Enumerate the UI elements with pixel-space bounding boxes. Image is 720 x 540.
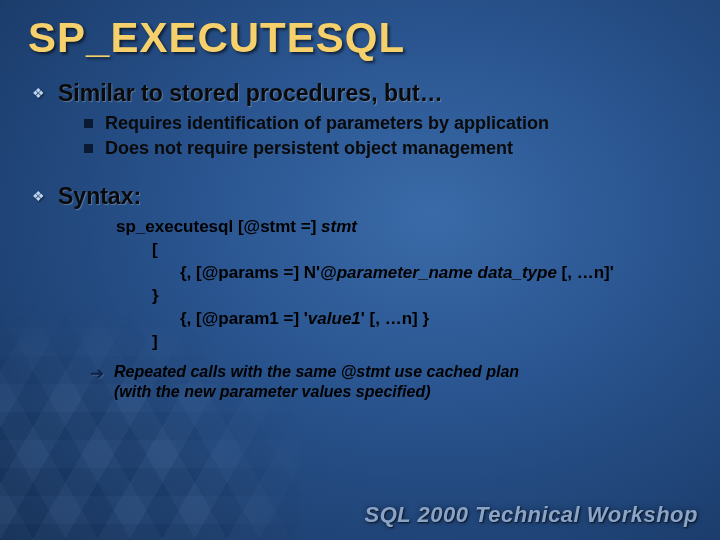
note-line: (with the new parameter values specified… — [114, 383, 431, 400]
bullet-level1: ❖ Syntax: — [32, 183, 692, 210]
bullet-text: Similar to stored procedures, but… — [58, 80, 443, 107]
syntax-line: sp_executesql [@stmt =] stmt — [116, 216, 692, 239]
syntax-block: sp_executesql [@stmt =] stmt [ {, [@para… — [116, 216, 692, 354]
syntax-line: } — [152, 285, 692, 308]
syntax-line: {, [@param1 =] 'value1' [, …n] } — [180, 308, 692, 331]
syntax-keyword: {, [@params =] N'@ — [180, 263, 337, 282]
syntax-keyword: ' [, …n] } — [361, 309, 429, 328]
bullet-text: Syntax: — [58, 183, 141, 210]
footer-branding: SQL 2000 Technical Workshop — [365, 502, 698, 528]
syntax-line: {, [@params =] N'@parameter_name data_ty… — [180, 262, 692, 285]
note-text: Repeated calls with the same @stmt use c… — [114, 362, 519, 404]
syntax-keyword: sp_executesql [@stmt =] — [116, 217, 321, 236]
bullet-level2: Requires identification of parameters by… — [84, 113, 692, 134]
slide: SP_EXECUTESQL ❖ Similar to stored proced… — [0, 0, 720, 540]
square-bullet-icon — [84, 119, 93, 128]
syntax-italic: parameter_name data_type — [337, 263, 557, 282]
diamond-bullet-icon: ❖ — [32, 86, 46, 100]
syntax-keyword: [, …n]' — [557, 263, 614, 282]
square-bullet-icon — [84, 144, 93, 153]
bullet-level2: Does not require persistent object manag… — [84, 138, 692, 159]
syntax-line: [ — [152, 239, 692, 262]
syntax-italic: stmt — [321, 217, 357, 236]
slide-title: SP_EXECUTESQL — [28, 14, 692, 62]
diamond-bullet-icon: ❖ — [32, 189, 46, 203]
note-line: Repeated calls with the same @stmt use c… — [114, 363, 519, 380]
bullet-text: Requires identification of parameters by… — [105, 113, 549, 134]
syntax-line: ] — [152, 331, 692, 354]
note-row: ➔ Repeated calls with the same @stmt use… — [90, 362, 692, 404]
syntax-italic: value1 — [308, 309, 361, 328]
arrow-icon: ➔ — [90, 363, 104, 384]
bullet-text: Does not require persistent object manag… — [105, 138, 513, 159]
syntax-keyword: {, [@param1 =] ' — [180, 309, 308, 328]
bullet-level1: ❖ Similar to stored procedures, but… — [32, 80, 692, 107]
